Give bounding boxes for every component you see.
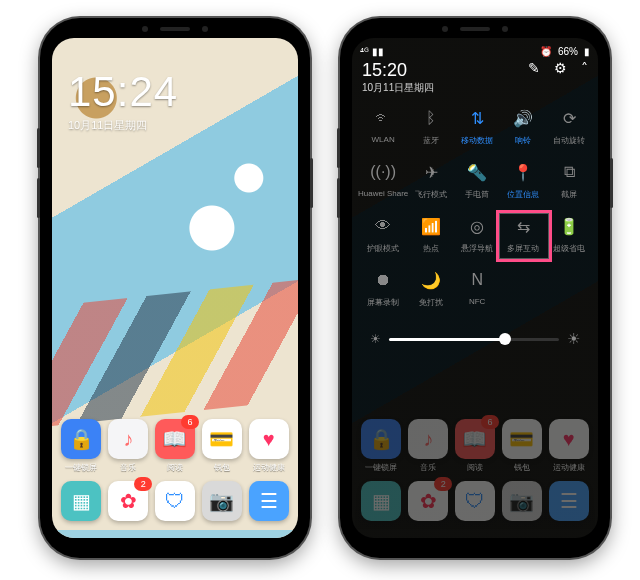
app-icon: ♪音乐	[406, 419, 450, 473]
edit-icon[interactable]: ✎	[528, 60, 540, 76]
app-label: 音乐	[420, 462, 436, 473]
qs-icon: 🌙	[419, 268, 443, 292]
app-glyph-icon: ♥	[249, 419, 289, 459]
qs-label: WLAN	[372, 135, 395, 144]
qs-icon: ⇆	[511, 214, 535, 238]
qs-icon: 📍	[511, 160, 535, 184]
app-icon: 📖6阅读	[453, 419, 497, 473]
notification-badge: 2	[134, 477, 152, 491]
brightness-low-icon: ☀	[370, 332, 381, 346]
qs-toggle-16[interactable]: 🌙免打扰	[408, 268, 454, 308]
qs-toggle-3[interactable]: 🔊响铃	[500, 106, 546, 146]
app-glyph-icon: ♥	[549, 419, 589, 459]
qs-toggle-8[interactable]: 📍位置信息	[500, 160, 546, 200]
phone-left: 15:24 10月11日星期四 🔒一键锁屏♪音乐📖6阅读💳钱包♥运动健康 ▦✿2…	[40, 18, 310, 558]
app-label: 一键锁屏	[365, 462, 397, 473]
notification-badge: 6	[481, 415, 499, 429]
qs-toggle-4[interactable]: ⟳自动旋转	[546, 106, 592, 146]
panel-time: 15:20	[362, 60, 434, 81]
app-glyph-icon: 📷	[202, 481, 242, 521]
qs-toggle-7[interactable]: 🔦手电筒	[454, 160, 500, 200]
qs-toggle-9[interactable]: ⧉截屏	[546, 160, 592, 200]
qs-label: 护眼模式	[367, 243, 399, 254]
app-label: 运动健康	[553, 462, 585, 473]
app-icon[interactable]: ♥运动健康	[247, 419, 291, 473]
app-icon[interactable]: 🔒一键锁屏	[59, 419, 103, 473]
qs-label: 蓝牙	[423, 135, 439, 146]
app-icon[interactable]: ☰	[247, 481, 291, 524]
qs-label: 热点	[423, 243, 439, 254]
app-icon[interactable]: ▦	[59, 481, 103, 524]
collapse-icon[interactable]: ˄	[581, 60, 588, 76]
brightness-thumb[interactable]	[499, 333, 511, 345]
app-glyph-icon: 💳	[502, 419, 542, 459]
panel-date: 10月11日星期四	[362, 81, 434, 95]
app-glyph-icon: 🛡	[455, 481, 495, 521]
app-glyph-icon: ▦	[361, 481, 401, 521]
qs-icon: ⏺	[371, 268, 395, 292]
clock-time: 15:24	[68, 68, 178, 116]
app-glyph-icon: 🔒	[361, 419, 401, 459]
app-glyph-icon: ♪	[408, 419, 448, 459]
qs-toggle-15[interactable]: ⏺屏幕录制	[358, 268, 408, 308]
app-icon[interactable]: 📷	[200, 481, 244, 524]
app-glyph-icon: 📖6	[155, 419, 195, 459]
qs-toggle-6[interactable]: ✈飞行模式	[408, 160, 454, 200]
panel-header: 15:20 10月11日星期四 ✎ ⚙ ˄	[362, 60, 588, 95]
app-icon: ♥运动健康	[547, 419, 591, 473]
qs-toggle-0[interactable]: ᯤWLAN	[358, 106, 408, 146]
app-icon[interactable]: 💳钱包	[200, 419, 244, 473]
qs-icon: ◎	[465, 214, 489, 238]
app-glyph-icon: 📖6	[455, 419, 495, 459]
app-icon: 🛡	[453, 481, 497, 524]
app-icon: 🔒一键锁屏	[359, 419, 403, 473]
qs-toggle-11[interactable]: 📶热点	[408, 214, 454, 254]
qs-toggle-1[interactable]: ᛒ蓝牙	[408, 106, 454, 146]
app-glyph-icon: 💳	[202, 419, 242, 459]
app-icon[interactable]: 🛡	[153, 481, 197, 524]
qs-label: 移动数据	[461, 135, 493, 146]
quick-settings-panel[interactable]: ⁴ᴳ ▮▮ ⏰ 66% ▮ 15:20 10月11日星期四 ✎ ⚙ ˄ ᯤWLA…	[352, 38, 598, 538]
brightness-track[interactable]	[389, 338, 559, 341]
brightness-high-icon: ☀	[567, 330, 580, 348]
app-label: 阅读	[167, 462, 183, 473]
phone-right: ⁴ᴳ ▮▮ ⏰ 66% ▮ 15:20 10月11日星期四 ✎ ⚙ ˄ ᯤWLA…	[340, 18, 610, 558]
qs-label: 免打扰	[419, 297, 443, 308]
app-icon[interactable]: ♪音乐	[106, 419, 150, 473]
app-icon[interactable]: 📖6阅读	[153, 419, 197, 473]
qs-icon: ((·))	[371, 160, 395, 184]
qs-icon: ᛒ	[419, 106, 443, 130]
app-icon[interactable]: ✿2	[106, 481, 150, 524]
dimmed-dock: 🔒一键锁屏♪音乐📖6阅读💳钱包♥运动健康 ▦✿2🛡📷☰	[352, 415, 598, 528]
brightness-slider[interactable]: ☀ ☀	[370, 330, 580, 348]
clock-date: 10月11日星期四	[68, 118, 178, 133]
qs-label: NFC	[469, 297, 485, 306]
settings-icon[interactable]: ⚙	[554, 60, 567, 76]
app-glyph-icon: ✿2	[408, 481, 448, 521]
qs-toggle-10[interactable]: 👁护眼模式	[358, 214, 408, 254]
home-screen[interactable]: 15:24 10月11日星期四 🔒一键锁屏♪音乐📖6阅读💳钱包♥运动健康 ▦✿2…	[52, 38, 298, 538]
qs-icon: ᯤ	[371, 106, 395, 130]
qs-toggle-12[interactable]: ◎悬浮导航	[454, 214, 500, 254]
qs-toggle-17[interactable]: NNFC	[454, 268, 500, 308]
app-label: 钱包	[214, 462, 230, 473]
qs-label: 位置信息	[507, 189, 539, 200]
app-label: 一键锁屏	[65, 462, 97, 473]
app-label: 阅读	[467, 462, 483, 473]
qs-toggle-2[interactable]: ⇅移动数据	[454, 106, 500, 146]
notification-badge: 6	[181, 415, 199, 429]
qs-icon: 👁	[371, 214, 395, 238]
qs-toggle-13[interactable]: ⇆多屏互动	[500, 214, 546, 254]
qs-toggle-14[interactable]: 🔋超级省电	[546, 214, 592, 254]
qs-icon: N	[465, 268, 489, 292]
qs-icon: ⧉	[557, 160, 581, 184]
qs-label: 屏幕录制	[367, 297, 399, 308]
app-icon: 💳钱包	[500, 419, 544, 473]
alarm-icon: ⏰	[540, 46, 552, 57]
qs-toggle-5[interactable]: ((·))Huawei Share	[358, 160, 408, 200]
notification-badge: 2	[434, 477, 452, 491]
app-icon: ☰	[547, 481, 591, 524]
qs-icon: 🔦	[465, 160, 489, 184]
qs-label: 自动旋转	[553, 135, 585, 146]
app-icon: 📷	[500, 481, 544, 524]
